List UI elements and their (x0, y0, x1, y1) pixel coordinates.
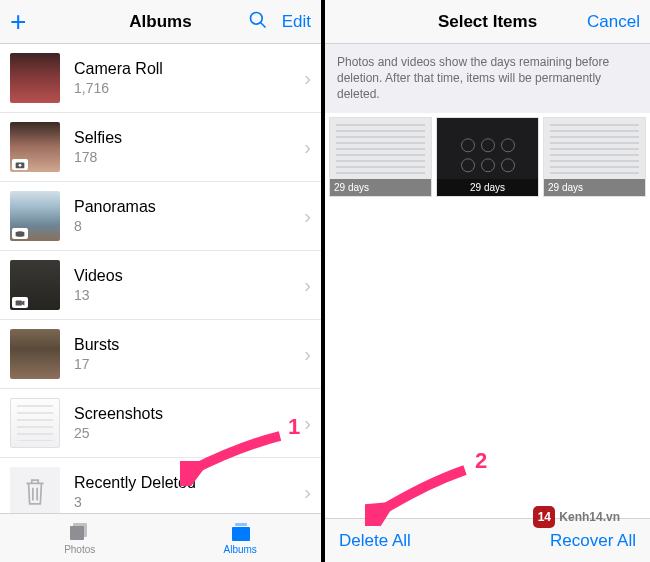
album-row-videos[interactable]: Videos 13 › (0, 251, 321, 320)
tab-photos[interactable]: Photos (64, 522, 95, 555)
search-icon[interactable] (248, 10, 268, 34)
album-count: 17 (74, 356, 298, 372)
album-thumbnail (10, 329, 60, 379)
watermark: 14 Kenh14.vn (533, 506, 620, 528)
album-thumbnail (10, 53, 60, 103)
album-row-camera-roll[interactable]: Camera Roll 1,716 › (0, 44, 321, 113)
svg-rect-4 (16, 300, 22, 305)
annotation-step-2: 2 (475, 448, 487, 474)
album-row-recently-deleted[interactable]: Recently Deleted 3 › (0, 458, 321, 513)
album-title: Bursts (74, 336, 298, 354)
album-title: Selfies (74, 129, 298, 147)
album-title: Videos (74, 267, 298, 285)
album-count: 1,716 (74, 80, 298, 96)
days-remaining-label: 29 days (544, 179, 645, 196)
album-count: 3 (74, 494, 298, 510)
tab-bar: Photos Albums (0, 513, 321, 562)
deletion-info-text: Photos and videos show the days remainin… (325, 44, 650, 113)
album-row-screenshots[interactable]: Screenshots 25 › (0, 389, 321, 458)
chevron-right-icon: › (304, 481, 311, 504)
svg-line-1 (260, 22, 265, 27)
album-count: 178 (74, 149, 298, 165)
add-album-button[interactable]: + (10, 8, 26, 36)
tab-label: Albums (224, 544, 257, 555)
deleted-item[interactable]: 29 days (543, 117, 646, 197)
photos-tab-icon (68, 522, 92, 542)
album-count: 13 (74, 287, 298, 303)
tab-albums[interactable]: Albums (224, 522, 257, 555)
album-count: 25 (74, 425, 298, 441)
deleted-item[interactable]: 29 days (329, 117, 432, 197)
video-icon (12, 297, 28, 308)
recover-all-button[interactable]: Recover All (550, 531, 636, 551)
deleted-items-grid: 29 days 29 days 29 days (325, 113, 650, 203)
chevron-right-icon: › (304, 343, 311, 366)
svg-rect-8 (232, 527, 250, 541)
album-thumbnail (10, 191, 60, 241)
album-list: Camera Roll 1,716 › Selfies 178 › (0, 44, 321, 513)
days-remaining-label: 29 days (437, 179, 538, 196)
album-count: 8 (74, 218, 298, 234)
delete-all-button[interactable]: Delete All (339, 531, 411, 551)
chevron-right-icon: › (304, 67, 311, 90)
albums-title: Albums (129, 12, 191, 32)
navbar-albums: + Albums Edit (0, 0, 321, 44)
chevron-right-icon: › (304, 136, 311, 159)
album-row-selfies[interactable]: Selfies 178 › (0, 113, 321, 182)
svg-rect-7 (235, 523, 247, 526)
album-thumbnail (10, 398, 60, 448)
album-row-bursts[interactable]: Bursts 17 › (0, 320, 321, 389)
select-items-screen: Select Items Cancel Photos and videos sh… (325, 0, 650, 562)
watermark-text: Kenh14.vn (559, 510, 620, 524)
days-remaining-label: 29 days (330, 179, 431, 196)
edit-button[interactable]: Edit (282, 12, 311, 32)
cancel-button[interactable]: Cancel (587, 12, 640, 32)
svg-point-3 (19, 163, 22, 166)
album-title: Camera Roll (74, 60, 298, 78)
albums-screen: + Albums Edit Camera Roll 1,716 › (0, 0, 325, 562)
watermark-badge: 14 (533, 506, 555, 528)
album-title: Recently Deleted (74, 474, 298, 492)
album-thumbnail (10, 260, 60, 310)
annotation-arrow-2 (365, 462, 475, 526)
tab-label: Photos (64, 544, 95, 555)
chevron-right-icon: › (304, 274, 311, 297)
annotation-step-1: 1 (288, 414, 300, 440)
albums-tab-icon (228, 522, 252, 542)
album-thumbnail (10, 122, 60, 172)
svg-point-0 (250, 12, 262, 24)
deleted-item[interactable]: 29 days (436, 117, 539, 197)
album-row-panoramas[interactable]: Panoramas 8 › (0, 182, 321, 251)
chevron-right-icon: › (304, 205, 311, 228)
select-items-title: Select Items (438, 12, 537, 32)
album-title: Screenshots (74, 405, 298, 423)
camera-icon (12, 159, 28, 170)
navbar-select: Select Items Cancel (325, 0, 650, 44)
svg-rect-6 (70, 526, 84, 540)
panorama-icon (12, 228, 28, 239)
chevron-right-icon: › (304, 412, 311, 435)
album-title: Panoramas (74, 198, 298, 216)
trash-icon (10, 467, 60, 513)
